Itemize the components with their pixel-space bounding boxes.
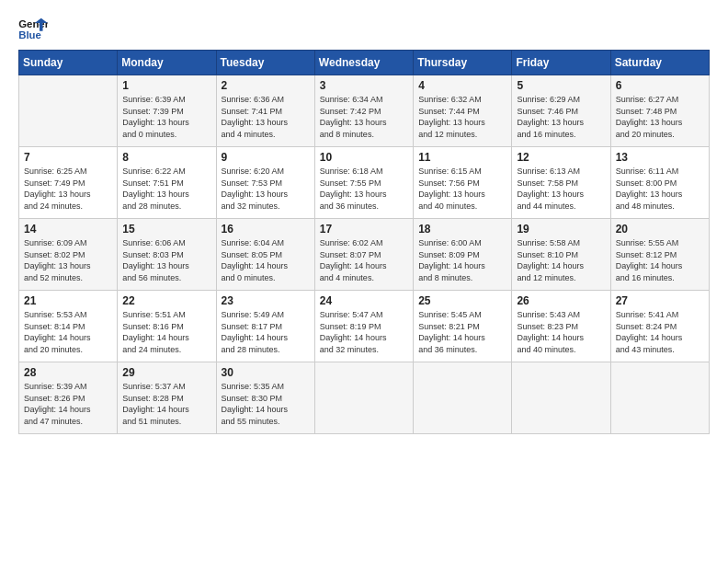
logo: General Blue [18, 17, 48, 42]
day-number: 19 [517, 223, 606, 236]
calendar-week-1: 1Sunrise: 6:39 AM Sunset: 7:39 PM Daylig… [19, 75, 710, 147]
day-header-monday: Monday [118, 51, 216, 75]
calendar-week-4: 21Sunrise: 5:53 AM Sunset: 8:14 PM Dayli… [19, 291, 710, 362]
calendar-cell: 27Sunrise: 5:41 AM Sunset: 8:24 PM Dayli… [610, 291, 709, 362]
cell-daylight-info: Sunrise: 5:41 AM Sunset: 8:24 PM Dayligh… [616, 309, 705, 355]
day-number: 9 [222, 151, 311, 164]
calendar-cell: 6Sunrise: 6:27 AM Sunset: 7:48 PM Daylig… [610, 75, 709, 147]
cell-daylight-info: Sunrise: 6:11 AM Sunset: 8:00 PM Dayligh… [616, 166, 705, 212]
calendar-cell: 30Sunrise: 5:35 AM Sunset: 8:30 PM Dayli… [216, 362, 314, 434]
cell-daylight-info: Sunrise: 6:36 AM Sunset: 7:41 PM Dayligh… [222, 94, 311, 140]
calendar-cell: 10Sunrise: 6:18 AM Sunset: 7:55 PM Dayli… [314, 147, 413, 219]
cell-daylight-info: Sunrise: 6:20 AM Sunset: 7:53 PM Dayligh… [222, 166, 311, 212]
cell-daylight-info: Sunrise: 5:37 AM Sunset: 8:28 PM Dayligh… [122, 381, 211, 427]
calendar-cell [19, 75, 118, 147]
day-number: 22 [122, 294, 211, 307]
day-header-sunday: Sunday [19, 51, 118, 75]
day-number: 3 [320, 79, 409, 92]
day-number: 18 [418, 223, 507, 236]
calendar-cell: 25Sunrise: 5:45 AM Sunset: 8:21 PM Dayli… [414, 291, 512, 362]
cell-daylight-info: Sunrise: 5:53 AM Sunset: 8:14 PM Dayligh… [24, 309, 113, 355]
day-number: 30 [222, 366, 311, 379]
cell-daylight-info: Sunrise: 5:39 AM Sunset: 8:26 PM Dayligh… [24, 381, 113, 427]
day-number: 29 [122, 366, 211, 379]
day-header-wednesday: Wednesday [314, 51, 413, 75]
header: General Blue [18, 17, 710, 42]
day-number: 10 [320, 151, 409, 164]
cell-daylight-info: Sunrise: 6:13 AM Sunset: 7:58 PM Dayligh… [517, 166, 606, 212]
calendar-cell: 23Sunrise: 5:49 AM Sunset: 8:17 PM Dayli… [216, 291, 314, 362]
day-number: 24 [320, 294, 409, 307]
cell-daylight-info: Sunrise: 6:04 AM Sunset: 8:05 PM Dayligh… [222, 237, 311, 283]
calendar-cell: 29Sunrise: 5:37 AM Sunset: 8:28 PM Dayli… [118, 362, 216, 434]
calendar-cell: 17Sunrise: 6:02 AM Sunset: 8:07 PM Dayli… [314, 219, 413, 291]
day-number: 12 [517, 151, 606, 164]
cell-daylight-info: Sunrise: 6:39 AM Sunset: 7:39 PM Dayligh… [122, 94, 211, 140]
cell-daylight-info: Sunrise: 5:49 AM Sunset: 8:17 PM Dayligh… [222, 309, 311, 355]
day-number: 26 [517, 294, 606, 307]
calendar-cell: 1Sunrise: 6:39 AM Sunset: 7:39 PM Daylig… [118, 75, 216, 147]
cell-daylight-info: Sunrise: 6:09 AM Sunset: 8:02 PM Dayligh… [24, 237, 113, 283]
calendar-cell: 9Sunrise: 6:20 AM Sunset: 7:53 PM Daylig… [216, 147, 314, 219]
day-header-tuesday: Tuesday [216, 51, 314, 75]
calendar-cell [414, 362, 512, 434]
cell-daylight-info: Sunrise: 6:34 AM Sunset: 7:42 PM Dayligh… [320, 94, 409, 140]
cell-daylight-info: Sunrise: 6:29 AM Sunset: 7:46 PM Dayligh… [517, 94, 606, 140]
calendar-cell: 7Sunrise: 6:25 AM Sunset: 7:49 PM Daylig… [19, 147, 118, 219]
calendar-header-row: SundayMondayTuesdayWednesdayThursdayFrid… [19, 51, 710, 75]
cell-daylight-info: Sunrise: 6:25 AM Sunset: 7:49 PM Dayligh… [24, 166, 113, 212]
cell-daylight-info: Sunrise: 6:27 AM Sunset: 7:48 PM Dayligh… [616, 94, 705, 140]
calendar-cell: 11Sunrise: 6:15 AM Sunset: 7:56 PM Dayli… [414, 147, 512, 219]
calendar-cell: 16Sunrise: 6:04 AM Sunset: 8:05 PM Dayli… [216, 219, 314, 291]
calendar-cell: 22Sunrise: 5:51 AM Sunset: 8:16 PM Dayli… [118, 291, 216, 362]
cell-daylight-info: Sunrise: 5:35 AM Sunset: 8:30 PM Dayligh… [222, 381, 311, 427]
calendar-cell: 4Sunrise: 6:32 AM Sunset: 7:44 PM Daylig… [414, 75, 512, 147]
calendar-cell: 5Sunrise: 6:29 AM Sunset: 7:46 PM Daylig… [512, 75, 610, 147]
calendar-cell: 3Sunrise: 6:34 AM Sunset: 7:42 PM Daylig… [314, 75, 413, 147]
day-header-thursday: Thursday [414, 51, 512, 75]
cell-daylight-info: Sunrise: 5:43 AM Sunset: 8:23 PM Dayligh… [517, 309, 606, 355]
day-number: 14 [24, 223, 113, 236]
calendar-cell: 19Sunrise: 5:58 AM Sunset: 8:10 PM Dayli… [512, 219, 610, 291]
calendar-table: SundayMondayTuesdayWednesdayThursdayFrid… [18, 50, 710, 434]
calendar-cell [512, 362, 610, 434]
cell-daylight-info: Sunrise: 6:02 AM Sunset: 8:07 PM Dayligh… [320, 237, 409, 283]
day-number: 15 [122, 223, 211, 236]
day-number: 2 [222, 79, 311, 92]
cell-daylight-info: Sunrise: 6:18 AM Sunset: 7:55 PM Dayligh… [320, 166, 409, 212]
day-number: 25 [418, 294, 507, 307]
day-header-friday: Friday [512, 51, 610, 75]
cell-daylight-info: Sunrise: 6:15 AM Sunset: 7:56 PM Dayligh… [418, 166, 507, 212]
day-number: 23 [222, 294, 311, 307]
cell-daylight-info: Sunrise: 6:00 AM Sunset: 8:09 PM Dayligh… [418, 237, 507, 283]
day-header-saturday: Saturday [610, 51, 709, 75]
day-number: 17 [320, 223, 409, 236]
day-number: 13 [616, 151, 705, 164]
cell-daylight-info: Sunrise: 5:58 AM Sunset: 8:10 PM Dayligh… [517, 237, 606, 283]
calendar-cell: 21Sunrise: 5:53 AM Sunset: 8:14 PM Dayli… [19, 291, 118, 362]
calendar-body: 1Sunrise: 6:39 AM Sunset: 7:39 PM Daylig… [19, 75, 710, 434]
calendar-cell: 15Sunrise: 6:06 AM Sunset: 8:03 PM Dayli… [118, 219, 216, 291]
cell-daylight-info: Sunrise: 5:47 AM Sunset: 8:19 PM Dayligh… [320, 309, 409, 355]
calendar-cell: 13Sunrise: 6:11 AM Sunset: 8:00 PM Dayli… [610, 147, 709, 219]
calendar-cell: 2Sunrise: 6:36 AM Sunset: 7:41 PM Daylig… [216, 75, 314, 147]
day-number: 27 [616, 294, 705, 307]
day-number: 21 [24, 294, 113, 307]
cell-daylight-info: Sunrise: 5:55 AM Sunset: 8:12 PM Dayligh… [616, 237, 705, 283]
day-number: 5 [517, 79, 606, 92]
day-number: 1 [122, 79, 211, 92]
calendar-cell [610, 362, 709, 434]
calendar-week-3: 14Sunrise: 6:09 AM Sunset: 8:02 PM Dayli… [19, 219, 710, 291]
calendar-week-5: 28Sunrise: 5:39 AM Sunset: 8:26 PM Dayli… [19, 362, 710, 434]
cell-daylight-info: Sunrise: 6:32 AM Sunset: 7:44 PM Dayligh… [418, 94, 507, 140]
calendar-cell: 20Sunrise: 5:55 AM Sunset: 8:12 PM Dayli… [610, 219, 709, 291]
page: General Blue SundayMondayTuesdayWednesda… [0, 0, 728, 443]
day-number: 6 [616, 79, 705, 92]
day-number: 7 [24, 151, 113, 164]
day-number: 20 [616, 223, 705, 236]
calendar-cell: 12Sunrise: 6:13 AM Sunset: 7:58 PM Dayli… [512, 147, 610, 219]
calendar-week-2: 7Sunrise: 6:25 AM Sunset: 7:49 PM Daylig… [19, 147, 710, 219]
day-number: 28 [24, 366, 113, 379]
cell-daylight-info: Sunrise: 5:45 AM Sunset: 8:21 PM Dayligh… [418, 309, 507, 355]
calendar-cell: 26Sunrise: 5:43 AM Sunset: 8:23 PM Dayli… [512, 291, 610, 362]
